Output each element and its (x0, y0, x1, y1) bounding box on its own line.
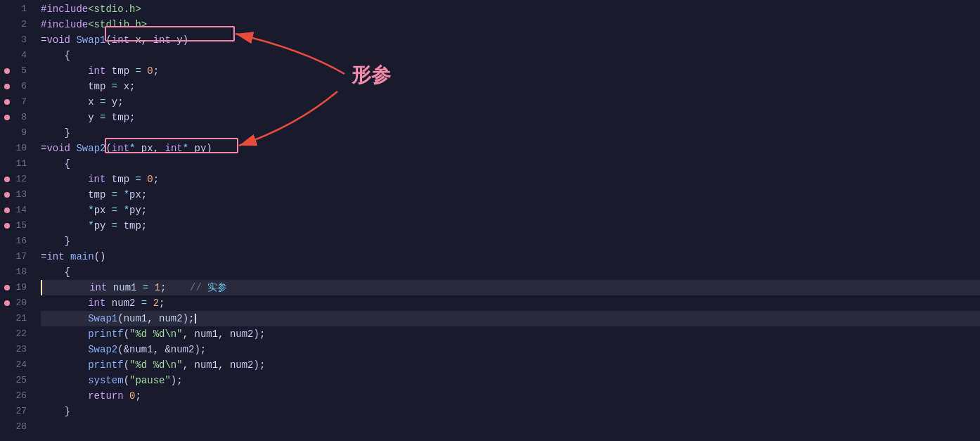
code-line-7: x = y; (41, 94, 980, 110)
gutter-3: 3 (0, 32, 30, 48)
code-content[interactable]: #include<stdio.h> #include<stdlib.h> =vo… (35, 0, 980, 441)
code-line-15: *py = tmp; (41, 218, 980, 234)
code-line-26: return 0; (41, 388, 980, 404)
gutter-22: 22 (0, 326, 30, 342)
gutter-5: 5 (0, 63, 30, 79)
text-cursor (195, 314, 196, 324)
code-line-20: int num2 = 2; (41, 295, 980, 311)
gutter-26: 26 (0, 388, 30, 404)
code-line-4: { (41, 48, 980, 63)
code-line-23: Swap2(&num1, &num2); (41, 342, 980, 357)
code-line-10: =void Swap2(int* px, int* py) (41, 141, 980, 156)
line-numbers: 1 2 3 4 5 6 7 8 9 10 11 12 13 14 15 16 1… (0, 0, 35, 441)
code-line-19: int num1 = 1; // 实参 (41, 280, 980, 295)
code-line-21: Swap1(num1, num2); (41, 311, 980, 326)
code-line-16: } (41, 234, 980, 249)
gutter-23: 23 (0, 342, 30, 357)
gutter-24: 24 (0, 357, 30, 373)
code-line-28 (41, 419, 980, 435)
gutter-12: 12 (0, 172, 30, 187)
gutter-4: 4 (0, 48, 30, 63)
code-line-25: system("pause"); (41, 373, 980, 388)
code-line-11: { (41, 156, 980, 172)
code-line-9: } (41, 125, 980, 141)
gutter-8: 8 (0, 110, 30, 125)
code-line-18: { (41, 264, 980, 280)
code-editor: 1 2 3 4 5 6 7 8 9 10 11 12 13 14 15 16 1… (0, 0, 980, 441)
code-line-24: printf("%d %d\n", num1, num2); (41, 357, 980, 373)
code-line-8: y = tmp; (41, 110, 980, 125)
gutter-13: 13 (0, 187, 30, 203)
annotation-label-xingcan: 形参 (352, 62, 391, 89)
gutter-18: 18 (0, 264, 30, 280)
code-line-17: =int main() (41, 249, 980, 264)
code-line-13: tmp = *px; (41, 187, 980, 203)
gutter-27: 27 (0, 404, 30, 419)
code-line-14: *px = *py; (41, 203, 980, 218)
gutter-17: 17 (0, 249, 30, 264)
gutter-20: 20 (0, 295, 30, 311)
gutter-15: 15 (0, 218, 30, 234)
gutter-28: 28 (0, 419, 30, 435)
gutter-7: 7 (0, 94, 30, 110)
gutter-11: 11 (0, 156, 30, 172)
code-line-22: printf("%d %d\n", num1, num2); (41, 326, 980, 342)
code-line-6: tmp = x; (41, 79, 980, 94)
gutter-6: 6 (0, 79, 30, 94)
gutter-2: 2 (0, 17, 30, 32)
code-line-2: #include<stdlib.h> (41, 17, 980, 32)
gutter-10: 10 (0, 141, 30, 156)
gutter-19: 19 (0, 280, 30, 295)
gutter-25: 25 (0, 373, 30, 388)
gutter-21: 21 (0, 311, 30, 326)
code-line-12: int tmp = 0; (41, 172, 980, 187)
code-line-1: #include<stdio.h> (41, 1, 980, 17)
code-line-5: int tmp = 0; (41, 63, 980, 79)
gutter-9: 9 (0, 125, 30, 141)
gutter-14: 14 (0, 203, 30, 218)
code-line-27: } (41, 404, 980, 419)
gutter-16: 16 (0, 234, 30, 249)
code-line-3: =void Swap1(int x, int y) (41, 32, 980, 48)
gutter-1: 1 (0, 1, 30, 17)
